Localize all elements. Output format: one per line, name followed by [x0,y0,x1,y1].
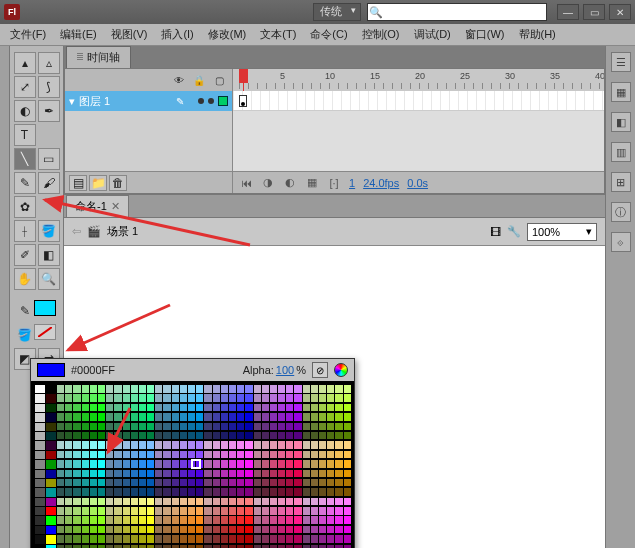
fill-bucket-icon: 🪣 [18,324,32,346]
timeline-tab-label: 时间轴 [87,51,120,63]
back-arrow-icon[interactable]: ⇦ [72,225,81,238]
menu-help[interactable]: 帮助(H) [513,25,562,44]
show-hide-all-icon[interactable]: 👁 [172,73,186,87]
search-icon: 🔍 [368,6,384,19]
rectangle-tool[interactable]: ▭ [38,148,60,170]
swatches-panel-icon[interactable]: ▥ [611,142,631,162]
workspace-select[interactable]: 传统 [313,3,361,21]
grayscale-ramp[interactable] [35,385,45,548]
layer-visible-dot[interactable] [198,98,204,104]
zoom-select[interactable]: 100%▾ [527,223,597,241]
close-document-icon[interactable]: ✕ [111,200,120,213]
menu-command[interactable]: 命令(C) [304,25,353,44]
layer-type-icon: ▾ [69,95,75,108]
stroke-pencil-icon: ✎ [18,300,32,322]
library-panel-icon[interactable]: ▦ [611,82,631,102]
search-box[interactable]: 🔍 [367,3,547,21]
color-swatch-grid[interactable] [57,385,351,548]
menu-debug[interactable]: 调试(D) [408,25,457,44]
hex-value[interactable]: #0000FF [71,364,115,376]
menu-view[interactable]: 视图(V) [105,25,154,44]
minimize-button[interactable]: — [557,4,579,20]
search-input[interactable] [384,6,546,18]
layer-lock-dot[interactable] [208,98,214,104]
menu-edit[interactable]: 编辑(E) [54,25,103,44]
pencil-tool[interactable]: ✎ [14,172,36,194]
hand-tool[interactable]: ✋ [14,268,36,290]
current-frame-number[interactable]: 1 [349,177,355,189]
close-button[interactable]: ✕ [609,4,631,20]
properties-panel-icon[interactable]: ☰ [611,52,631,72]
timeline-panel: 👁 🔒 ▢ 510152025303540 ▾ 图层 1 ✎ [64,68,605,194]
lasso-tool[interactable]: ⟆ [38,76,60,98]
eyedropper-tool[interactable]: ✐ [14,244,36,266]
menu-insert[interactable]: 插入(I) [155,25,199,44]
color-picker-popup: #0000FF Alpha: 100 % ⊘ [30,358,355,548]
free-transform-tool[interactable]: ⤢ [14,76,36,98]
zoom-tool[interactable]: 🔍 [38,268,60,290]
timeline-ruler[interactable]: 510152025303540 [233,69,604,91]
fill-color-swatch[interactable] [34,324,56,340]
modify-markers-icon[interactable]: [·] [327,176,341,190]
menubar: 文件(F) 编辑(E) 视图(V) 插入(I) 修改(M) 文本(T) 命令(C… [0,24,635,46]
titlebar: Fl 传统 🔍 — ▭ ✕ [0,0,635,24]
left-collapsed-rail[interactable] [0,46,10,548]
lock-all-icon[interactable]: 🔒 [192,73,206,87]
outline-all-icon[interactable]: ▢ [212,73,226,87]
scene-label[interactable]: 场景 1 [107,224,138,239]
no-color-button[interactable]: ⊘ [312,362,328,378]
edit-symbol-icon[interactable]: 🔧 [507,225,521,238]
layer-name[interactable]: 图层 1 [79,94,172,109]
new-layer-button[interactable]: ▤ [69,175,87,191]
current-color-swatch [37,363,65,377]
menu-window[interactable]: 窗口(W) [459,25,511,44]
keyframe-1[interactable] [239,95,247,107]
stroke-color-swatch[interactable] [34,300,56,316]
document-tab[interactable]: 命名-1 ✕ [66,195,129,217]
menu-file[interactable]: 文件(F) [4,25,52,44]
subselection-tool[interactable]: ▵ [38,52,60,74]
frames-area[interactable] [233,91,604,111]
3d-rotation-tool[interactable]: ◐ [14,100,36,122]
edit-bar: ⇦ 🎬 场景 1 🎞 🔧 100%▾ [64,218,605,246]
app-logo: Fl [4,4,20,20]
edit-multiple-icon[interactable]: ▦ [305,176,319,190]
alpha-value[interactable]: 100 [276,364,294,376]
pen-tool[interactable]: ✒ [38,100,60,122]
eraser-tool[interactable]: ◧ [38,244,60,266]
bone-tool[interactable]: ⟊ [14,220,36,242]
menu-modify[interactable]: 修改(M) [202,25,253,44]
alpha-percent: % [296,364,306,376]
brush-tool[interactable]: 🖌 [38,172,60,194]
layer-active-icon: ✎ [176,96,184,107]
right-panel-rail: ☰ ▦ ◧ ▥ ⊞ ⓘ ⟐ [605,46,635,548]
restore-button[interactable]: ▭ [583,4,605,20]
alpha-label: Alpha: [243,364,274,376]
layer-outline-toggle[interactable] [218,96,228,106]
goto-first-frame-icon[interactable]: ⏮ [239,176,253,190]
timeline-tab[interactable]: 时间轴 [66,46,131,68]
scene-icon: 🎬 [87,225,101,238]
onion-skin-icon[interactable]: ◑ [261,176,275,190]
basic-colors-ramp[interactable] [46,385,56,548]
paint-bucket-tool[interactable]: 🪣 [38,220,60,242]
align-panel-icon[interactable]: ⊞ [611,172,631,192]
menu-control[interactable]: 控制(O) [356,25,406,44]
onion-outline-icon[interactable]: ◐ [283,176,297,190]
document-tab-label: 命名-1 [75,199,107,214]
info-panel-icon[interactable]: ⓘ [611,202,631,222]
line-tool[interactable]: ╲ [14,148,36,170]
deco-tool[interactable]: ✿ [14,196,36,218]
svg-line-0 [38,327,52,337]
color-panel-icon[interactable]: ◧ [611,112,631,132]
color-wheel-button[interactable] [334,363,348,377]
transform-panel-icon[interactable]: ⟐ [611,232,631,252]
menu-text[interactable]: 文本(T) [254,25,302,44]
fps-display[interactable]: 24.0fps [363,177,399,189]
new-folder-button[interactable]: 📁 [89,175,107,191]
text-tool[interactable]: T [14,124,36,146]
edit-scene-icon[interactable]: 🎞 [490,226,501,238]
layer-row[interactable]: ▾ 图层 1 ✎ [65,91,233,111]
delete-layer-button[interactable]: 🗑 [109,175,127,191]
selection-tool[interactable]: ▴ [14,52,36,74]
